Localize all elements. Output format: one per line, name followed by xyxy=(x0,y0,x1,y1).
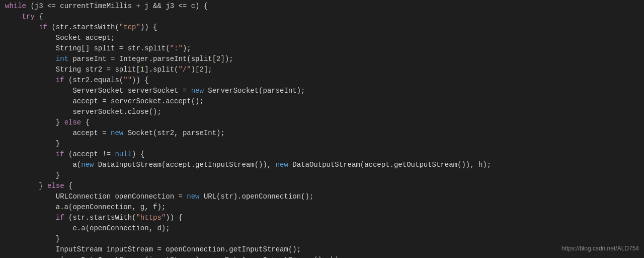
code-line-16: a(new DataInputStream(accept.getInputStr… xyxy=(5,160,639,170)
code-line-2: try { xyxy=(5,12,639,22)
code-line-20: a.a(openConnection, g, f); xyxy=(5,202,639,213)
code-line-10: accept = serverSocket.accept(); xyxy=(5,96,639,107)
code-line-24: InputStream inputStream = openConnection… xyxy=(5,244,639,255)
code-line-8: if (str2.equals("")) { xyxy=(5,75,639,86)
code-line-23: } xyxy=(5,234,639,244)
code-line-22: e.a(openConnection, d); xyxy=(5,223,639,234)
code-line-18: } else { xyxy=(5,181,639,191)
code-line-15: if (accept != null) { xyxy=(5,149,639,160)
code-line-5: String[] split = str.split(":"); xyxy=(5,43,639,54)
code-line-25: a(new DataInputStream(inputStream), new … xyxy=(5,255,639,258)
code-line-7: String str2 = split[1].split("/")[2]; xyxy=(5,64,639,75)
code-line-11: serverSocket.close(); xyxy=(5,107,639,117)
code-line-4: Socket accept; xyxy=(5,33,639,43)
code-line-3: if (str.startsWith("tcp")) { xyxy=(5,22,639,33)
code-line-9: ServerSocket serverSocket = new ServerSo… xyxy=(5,86,639,96)
code-line-13: accept = new Socket(str2, parseInt); xyxy=(5,128,639,139)
watermark-text: https://blog.csdn.net/ALD754 xyxy=(561,243,639,254)
code-line-19: URLConnection openConnection = new URL(s… xyxy=(5,191,639,202)
code-line-14: } xyxy=(5,139,639,149)
code-line-17: } xyxy=(5,170,639,181)
code-block: while (j3 <= currentTimeMillis + j && j3… xyxy=(0,0,644,258)
code-line-6: int parseInt = Integer.parseInt(split[2]… xyxy=(5,54,639,64)
code-line-1: while (j3 <= currentTimeMillis + j && j3… xyxy=(5,1,639,12)
code-line-12: } else { xyxy=(5,117,639,128)
code-line-21: if (str.startsWith("https")) { xyxy=(5,213,639,223)
